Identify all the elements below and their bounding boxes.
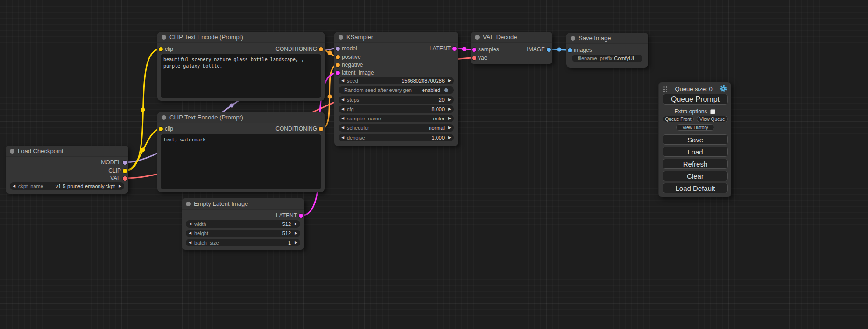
widget-random-seed-toggle[interactable]: Random seed after every gen enabled: [339, 86, 454, 94]
arrow-left-icon[interactable]: ◀: [339, 96, 347, 104]
collapse-toggle-icon[interactable]: [339, 35, 343, 40]
arrow-right-icon[interactable]: ▶: [445, 96, 454, 104]
node-clip-text-encode-negative[interactable]: CLIP Text Encode (Prompt) clip CONDITION…: [157, 112, 325, 192]
clear-button[interactable]: Clear: [663, 171, 728, 181]
widget-denoise[interactable]: ◀ denoise 1.000 ▶: [339, 134, 454, 141]
positive-input-socket[interactable]: [336, 55, 340, 59]
latent-output-socket[interactable]: [452, 47, 457, 51]
arrow-left-icon[interactable]: ◀: [339, 134, 347, 141]
node-title: CLIP Text Encode (Prompt): [169, 34, 243, 41]
queue-size-label: Queue size: 0: [668, 85, 720, 92]
slot-label: LATENT: [276, 212, 297, 219]
collapse-toggle-icon[interactable]: [162, 115, 166, 120]
clip-input-socket[interactable]: [159, 47, 163, 51]
node-titlebar[interactable]: KSampler: [334, 32, 458, 43]
widget-label: ckpt_name: [18, 183, 56, 189]
image-output-socket[interactable]: [547, 48, 551, 52]
collapse-toggle-icon[interactable]: [475, 35, 480, 40]
node-title: VAE Decode: [483, 34, 517, 41]
arrow-right-icon[interactable]: ▶: [116, 182, 124, 190]
slot-label: VAE: [110, 175, 121, 182]
widget-width[interactable]: ◀ width 512 ▶: [186, 220, 300, 228]
view-queue-button[interactable]: View Queue: [697, 116, 728, 122]
latent-image-input-socket[interactable]: [336, 71, 340, 75]
samples-input-socket[interactable]: [472, 48, 476, 52]
widget-cfg[interactable]: ◀ cfg 8.000 ▶: [339, 105, 454, 113]
widget-scheduler[interactable]: ◀ scheduler normal ▶: [339, 124, 454, 132]
node-titlebar[interactable]: CLIP Text Encode (Prompt): [157, 112, 325, 123]
node-titlebar[interactable]: CLIP Text Encode (Prompt): [157, 32, 325, 43]
collapse-toggle-icon[interactable]: [162, 35, 166, 40]
positive-prompt-textarea[interactable]: beautiful scenery nature glass bottle la…: [161, 54, 321, 98]
conditioning-output-socket[interactable]: [319, 47, 323, 51]
drag-handle-icon[interactable]: [663, 85, 668, 92]
widget-label: sampler_name: [347, 116, 433, 121]
node-ksampler[interactable]: KSampler model positive negative latent_…: [334, 32, 458, 146]
node-graph-canvas[interactable]: Load Checkpoint MODEL CLIP VAE ◀ ckpt_na…: [0, 0, 868, 329]
refresh-button[interactable]: Refresh: [663, 159, 728, 169]
node-titlebar[interactable]: Empty Latent Image: [182, 198, 304, 210]
arrow-left-icon[interactable]: ◀: [339, 105, 347, 113]
widget-filename-prefix[interactable]: filename_prefix ComfyUI: [572, 55, 642, 62]
arrow-right-icon[interactable]: ▶: [445, 77, 454, 84]
negative-input-socket[interactable]: [336, 63, 340, 67]
arrow-right-icon[interactable]: ▶: [445, 105, 454, 113]
widget-ckpt-name[interactable]: ◀ ckpt_name v1-5-pruned-emaonly.ckpt ▶: [10, 182, 124, 190]
node-vae-decode[interactable]: VAE Decode samples vae IMAGE: [471, 32, 552, 64]
extra-options-checkbox[interactable]: [710, 109, 715, 114]
load-button[interactable]: Load: [663, 147, 728, 157]
arrow-left-icon[interactable]: ◀: [339, 115, 347, 122]
widget-batch-size[interactable]: ◀ batch_size 1 ▶: [186, 239, 300, 246]
arrow-left-icon[interactable]: ◀: [186, 220, 194, 228]
conditioning-output-socket[interactable]: [319, 127, 323, 131]
node-titlebar[interactable]: VAE Decode: [471, 32, 552, 43]
node-title: Empty Latent Image: [194, 200, 248, 207]
arrow-left-icon[interactable]: ◀: [339, 77, 347, 84]
arrow-right-icon[interactable]: ▶: [445, 134, 454, 141]
load-default-button[interactable]: Load Default: [663, 183, 728, 193]
widget-seed[interactable]: ◀ seed 156680208700286 ▶: [339, 77, 454, 84]
queue-prompt-button[interactable]: Queue Prompt: [663, 94, 728, 105]
negative-prompt-textarea[interactable]: text, watermark: [161, 134, 321, 189]
view-history-button[interactable]: View History: [676, 124, 714, 131]
toggle-dot-icon[interactable]: [444, 88, 448, 92]
node-clip-text-encode-positive[interactable]: CLIP Text Encode (Prompt) clip CONDITION…: [157, 32, 325, 101]
arrow-right-icon[interactable]: ▶: [292, 220, 300, 228]
settings-gear-icon[interactable]: [720, 85, 727, 92]
vae-output-socket[interactable]: [123, 176, 127, 181]
node-empty-latent-image[interactable]: Empty Latent Image LATENT ◀ width 512 ▶ …: [182, 198, 304, 250]
arrow-left-icon[interactable]: ◀: [339, 124, 347, 132]
slot-label: CLIP: [108, 168, 121, 174]
collapse-toggle-icon[interactable]: [10, 149, 14, 154]
arrow-left-icon[interactable]: ◀: [186, 230, 194, 237]
model-input-socket[interactable]: [336, 47, 340, 51]
arrow-left-icon[interactable]: ◀: [186, 239, 194, 246]
latent-output-socket[interactable]: [299, 214, 303, 218]
node-load-checkpoint[interactable]: Load Checkpoint MODEL CLIP VAE ◀ ckpt_na…: [6, 146, 128, 194]
input-slot-vae: vae: [471, 54, 487, 62]
arrow-right-icon[interactable]: ▶: [292, 230, 300, 237]
slot-label: MODEL: [101, 159, 121, 166]
save-button[interactable]: Save: [663, 134, 728, 145]
model-output-socket[interactable]: [123, 161, 127, 165]
node-save-image[interactable]: Save Image images filename_prefix ComfyU…: [566, 33, 648, 68]
comfy-menu-panel: Queue size: 0 Queue Prompt Extra options…: [658, 82, 731, 197]
widget-value: 1.000: [431, 135, 445, 140]
collapse-toggle-icon[interactable]: [186, 202, 191, 206]
clip-output-socket[interactable]: [123, 169, 127, 173]
node-titlebar[interactable]: Load Checkpoint: [6, 146, 128, 157]
input-slot-model: model: [334, 45, 357, 52]
arrow-right-icon[interactable]: ▶: [292, 239, 300, 246]
arrow-right-icon[interactable]: ▶: [445, 124, 454, 132]
clip-input-socket[interactable]: [159, 127, 163, 131]
widget-steps[interactable]: ◀ steps 20 ▶: [339, 96, 454, 104]
widget-sampler-name[interactable]: ◀ sampler_name euler ▶: [339, 115, 454, 122]
collapse-toggle-icon[interactable]: [571, 36, 575, 41]
queue-front-button[interactable]: Queue Front: [663, 116, 694, 122]
widget-height[interactable]: ◀ height 512 ▶: [186, 230, 300, 237]
node-titlebar[interactable]: Save Image: [566, 33, 648, 44]
arrow-right-icon[interactable]: ▶: [445, 115, 454, 122]
images-input-socket[interactable]: [568, 48, 572, 52]
vae-input-socket[interactable]: [472, 56, 476, 60]
arrow-left-icon[interactable]: ◀: [10, 182, 18, 190]
